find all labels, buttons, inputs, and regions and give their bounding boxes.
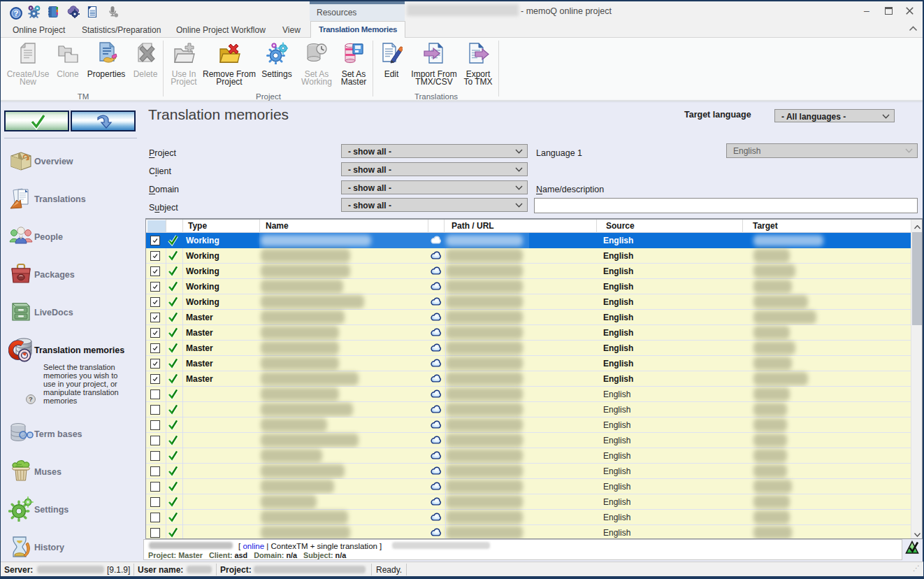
svg-text:?: ? xyxy=(14,9,19,17)
svg-text:?: ? xyxy=(29,395,33,403)
